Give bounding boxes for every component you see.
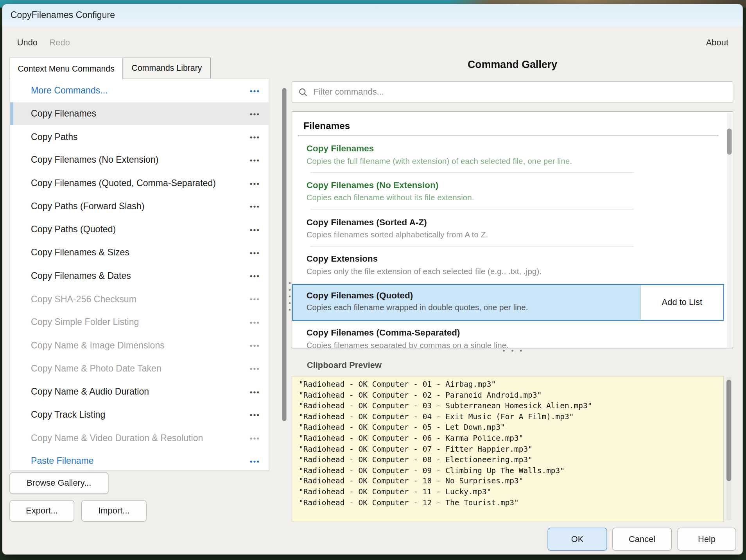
list-item-copy-sha256-checksum[interactable]: Copy SHA-256 Checksum •••: [10, 287, 269, 311]
clipboard-preview-box[interactable]: "Radiohead - OK Computer - 01 - Airbag.m…: [292, 376, 724, 522]
filter-placeholder: Filter commands...: [314, 87, 384, 97]
clipboard-line: "Radiohead - OK Computer - 07 - Fitter H…: [299, 444, 723, 454]
item-options-button[interactable]: •••: [247, 427, 263, 450]
selected-item-body[interactable]: Copy Filenames (Quoted) Copies each file…: [293, 285, 640, 320]
screen: CopyFilenames Configure Undo Redo About …: [0, 0, 746, 560]
tab-label: Context Menu Commands: [18, 64, 114, 74]
item-options-button[interactable]: •••: [247, 311, 263, 334]
window-title: CopyFilenames Configure: [11, 10, 115, 21]
command-gallery-heading: Command Gallery: [292, 59, 733, 71]
copyfilenames-configure-window: CopyFilenames Configure Undo Redo About …: [2, 4, 743, 555]
gallery-item-title[interactable]: Copy Extensions: [307, 254, 378, 264]
gallery-item-title: Copy Filenames (Quoted): [307, 290, 640, 301]
clipboard-line: "Radiohead - OK Computer - 10 - No Surpr…: [299, 476, 723, 486]
list-item-copy-filenames-no-extension[interactable]: Copy Filenames (No Extension) •••: [10, 149, 269, 172]
menu-about[interactable]: About: [706, 38, 728, 48]
list-item-copy-name-image-dimensions[interactable]: Copy Name & Image Dimensions •••: [10, 334, 269, 357]
ok-button[interactable]: OK: [548, 528, 607, 550]
gallery-item-title[interactable]: Copy Filenames: [307, 143, 374, 154]
menu-redo[interactable]: Redo: [50, 38, 70, 48]
list-item-copy-simple-folder-listing[interactable]: Copy Simple Folder Listing •••: [10, 311, 269, 334]
item-options-button[interactable]: •••: [247, 403, 263, 426]
clipboard-line: "Radiohead - OK Computer - 12 - The Tour…: [299, 497, 723, 508]
clipboard-scrollbar-thumb[interactable]: [726, 380, 731, 481]
clipboard-line: "Radiohead - OK Computer - 09 - Climbing…: [299, 465, 723, 476]
list-item-copy-paths[interactable]: Copy Paths •••: [10, 125, 269, 148]
tab-context-menu-commands[interactable]: Context Menu Commands: [9, 57, 123, 79]
item-options-button[interactable]: •••: [247, 287, 263, 311]
tab-commands-library[interactable]: Commands Library: [123, 57, 211, 79]
filter-commands-input[interactable]: Filter commands...: [292, 81, 733, 103]
gallery-item-title[interactable]: Copy Filenames (Comma-Separated): [307, 327, 460, 338]
gallery-item-title[interactable]: Copy Filenames (Sorted A-Z): [307, 217, 427, 228]
list-item-copy-name-video-duration-resolution[interactable]: Copy Name & Video Duration & Resolution …: [10, 427, 269, 450]
list-item-paste-filename[interactable]: Paste Filename •••: [10, 450, 269, 471]
clipboard-line: "Radiohead - OK Computer - 11 - Lucky.mp…: [299, 487, 723, 497]
title-bar[interactable]: CopyFilenames Configure: [2, 4, 742, 26]
list-item-copy-paths-quoted[interactable]: Copy Paths (Quoted) •••: [10, 218, 269, 241]
gallery-item-selected[interactable]: Copy Filenames (Quoted) Copies each file…: [292, 284, 724, 321]
list-item-copy-filenames-sizes[interactable]: Copy Filenames & Sizes •••: [10, 241, 269, 264]
item-options-button[interactable]: •••: [247, 149, 263, 172]
item-divider: [310, 209, 633, 209]
list-item-copy-paths-forward-slash[interactable]: Copy Paths (Forward Slash) •••: [10, 195, 269, 218]
clipboard-line: "Radiohead - OK Computer - 03 - Subterra…: [299, 401, 723, 411]
cancel-button[interactable]: Cancel: [612, 528, 672, 550]
gallery-item-title[interactable]: Copy Filenames (No Extension): [307, 180, 439, 190]
item-options-button[interactable]: •••: [247, 357, 263, 380]
item-options-button[interactable]: •••: [247, 195, 263, 218]
menu-undo[interactable]: Undo: [17, 38, 38, 48]
item-options-button[interactable]: •••: [247, 380, 263, 403]
item-options-button[interactable]: •••: [247, 102, 263, 125]
clipboard-line: "Radiohead - OK Computer - 06 - Karma Po…: [299, 433, 723, 443]
list-item-copy-name-audio-duration[interactable]: Copy Name & Audio Duration •••: [10, 380, 269, 403]
clipboard-line: "Radiohead - OK Computer - 08 - Election…: [299, 454, 723, 465]
gallery-item-desc: Copies filenames separated by commas on …: [307, 341, 509, 348]
clipboard-line: "Radiohead - OK Computer - 01 - Airbag.m…: [299, 379, 723, 390]
clipboard-line: "Radiohead - OK Computer - 02 - Paranoid…: [299, 390, 723, 400]
item-options-button[interactable]: •••: [247, 334, 263, 357]
list-item-copy-filenames-dates[interactable]: Copy Filenames & Dates •••: [10, 264, 269, 287]
tab-label: Commands Library: [132, 63, 202, 74]
browse-gallery-button[interactable]: Browse Gallery...: [9, 472, 108, 494]
add-to-list-button[interactable]: Add to List: [640, 285, 723, 320]
list-item-copy-track-listing[interactable]: Copy Track Listing •••: [10, 403, 269, 426]
clipboard-line: "Radiohead - OK Computer - 05 - Let Down…: [299, 422, 723, 433]
list-item-copy-filenames[interactable]: Copy Filenames •••: [10, 102, 269, 125]
horizontal-splitter-handle[interactable]: [503, 350, 522, 352]
item-options-button[interactable]: •••: [247, 450, 263, 471]
item-options-button[interactable]: •••: [247, 79, 263, 102]
item-options-button[interactable]: •••: [247, 241, 263, 264]
gallery-item-desc: Copies each filename wrapped in double q…: [307, 303, 640, 312]
command-gallery-list: Filenames Copy Filenames Copies the full…: [292, 111, 733, 348]
panel-splitter-handle[interactable]: [288, 282, 291, 311]
gallery-group-header: Filenames: [303, 120, 350, 131]
import-button[interactable]: Import...: [81, 500, 147, 522]
item-divider: [310, 172, 633, 172]
item-options-button[interactable]: •••: [247, 218, 263, 241]
gallery-item-desc: Copies only the file extension of each s…: [307, 267, 542, 276]
group-divider: [298, 136, 719, 136]
item-options-button[interactable]: •••: [247, 125, 263, 148]
command-list-scrollbar[interactable]: [282, 88, 287, 421]
gallery-item-desc: Copies filenames sorted alphabetically f…: [307, 230, 488, 240]
item-divider: [310, 246, 633, 246]
export-button[interactable]: Export...: [9, 500, 74, 522]
list-item-copy-filenames-quoted-comma[interactable]: Copy Filenames (Quoted, Comma-Separated)…: [10, 172, 269, 195]
search-icon: [298, 87, 308, 97]
list-item-copy-name-photo-date[interactable]: Copy Name & Photo Date Taken •••: [10, 357, 269, 380]
gallery-item-desc: Copies each filename without its file ex…: [307, 193, 474, 203]
item-options-button[interactable]: •••: [247, 172, 263, 195]
item-options-button[interactable]: •••: [247, 264, 263, 287]
clipboard-line: "Radiohead - OK Computer - 04 - Exit Mus…: [299, 411, 723, 422]
list-item-more-commands[interactable]: More Commands... •••: [10, 79, 269, 102]
gallery-item-desc: Copies the full filename (with extension…: [307, 156, 572, 166]
gallery-scrollbar-thumb[interactable]: [727, 129, 732, 155]
help-button[interactable]: Help: [678, 528, 736, 550]
context-menu-command-list: More Commands... ••• Copy Filenames ••• …: [9, 79, 269, 471]
clipboard-preview-label: Clipboard Preview: [307, 360, 382, 370]
